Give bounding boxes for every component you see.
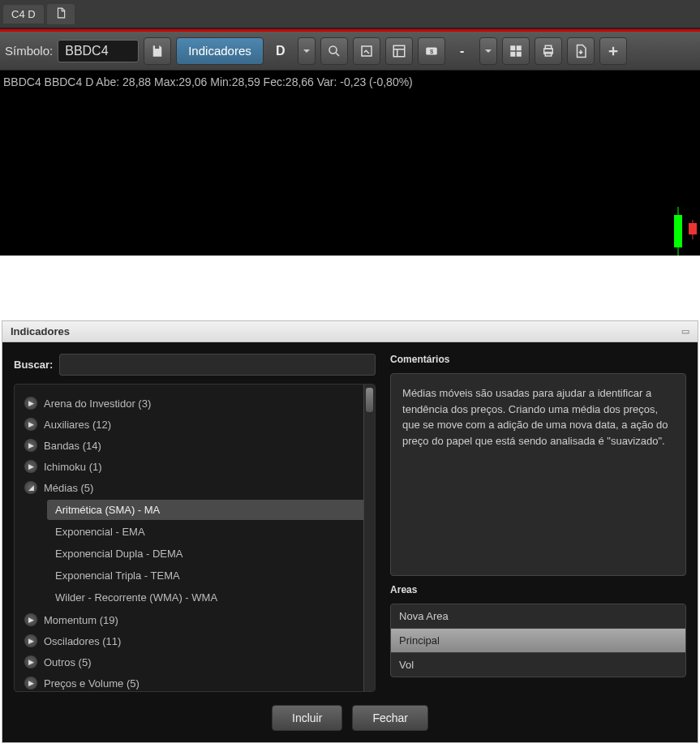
dialog-title: Indicadores (11, 325, 70, 337)
zoom-button[interactable] (320, 37, 348, 65)
tree-leaf[interactable]: Wilder - Recorrente (WMA) - WMA (47, 587, 370, 608)
chart-canvas[interactable] (0, 93, 700, 256)
tree-category[interactable]: ▶Bandas (14) (19, 435, 370, 456)
expand-icon[interactable]: ▶ (24, 677, 37, 690)
chevron-down-icon (484, 44, 492, 58)
search-input[interactable] (59, 354, 376, 376)
expand-icon[interactable]: ▶ (24, 418, 37, 431)
category-label: Arena do Investidor (3) (44, 397, 151, 410)
category-label: Ichimoku (1) (44, 461, 102, 473)
chart-tab[interactable]: C4 D (3, 5, 44, 24)
close-button[interactable]: Fechar (352, 705, 428, 731)
tree-leaf[interactable]: Aritmética (SMA) - MA (47, 500, 370, 520)
symbol-input[interactable] (58, 40, 139, 62)
gap (0, 256, 700, 320)
tree-leaf[interactable]: Exponencial Dupla - DEMA (47, 544, 370, 564)
svg-rect-10 (545, 45, 552, 49)
dash-dropdown[interactable] (479, 37, 497, 65)
tab-label: C4 D (11, 8, 36, 20)
new-tab[interactable] (47, 4, 75, 24)
svg-point-0 (329, 46, 337, 54)
add-button[interactable] (599, 37, 627, 65)
category-label: Outros (5) (44, 656, 92, 668)
area-item[interactable]: Vol (391, 653, 685, 677)
grid-button[interactable] (502, 37, 530, 65)
tree-category[interactable]: ▶Osciladores (11) (19, 630, 370, 651)
dialog-titlebar[interactable]: Indicadores ▭ (2, 321, 698, 342)
expand-icon[interactable]: ▶ (24, 634, 37, 647)
tree-category[interactable]: ▶Preços e Volume (5) (19, 673, 370, 692)
toolbar: Símbolo: Indicadores D $ - (0, 32, 700, 71)
category-label: Bandas (14) (44, 440, 101, 452)
comments-label: Comentários (390, 354, 686, 365)
svg-rect-6 (517, 45, 522, 50)
chevron-down-icon (303, 44, 311, 58)
category-label: Médias (5) (44, 482, 93, 494)
export-button[interactable] (567, 37, 595, 65)
minimize-icon[interactable]: ▭ (681, 326, 689, 337)
svg-rect-8 (517, 51, 522, 56)
expand-icon[interactable]: ▶ (24, 613, 37, 626)
indicators-label: Indicadores (188, 44, 251, 58)
search-label: Buscar: (14, 359, 53, 371)
tree-category[interactable]: ▶Auxiliares (12) (19, 414, 370, 435)
print-button[interactable] (535, 37, 562, 65)
tree-category[interactable]: ▶Ichimoku (1) (19, 456, 370, 477)
tree-category[interactable]: ▶Outros (5) (19, 651, 370, 673)
area-item[interactable]: Nova Area (391, 604, 685, 629)
tree-category[interactable]: ◢Médias (5) (19, 477, 370, 498)
category-label: Auxiliares (12) (44, 419, 111, 431)
money-button[interactable]: $ (418, 37, 445, 65)
document-icon (55, 7, 67, 21)
category-tree: ▶Arena do Investidor (3)▶Auxiliares (12)… (14, 384, 376, 692)
expand-icon[interactable]: ▶ (24, 439, 37, 452)
symbol-label: Símbolo: (5, 44, 53, 58)
expand-icon[interactable]: ▶ (24, 397, 37, 410)
category-label: Preços e Volume (5) (44, 677, 140, 690)
areas-label: Areas (390, 584, 686, 595)
include-button[interactable]: Incluir (272, 705, 342, 731)
scrollbar[interactable] (363, 385, 375, 691)
interval-dropdown[interactable] (298, 37, 316, 65)
collapse-icon[interactable]: ◢ (24, 481, 37, 494)
areas-list: Nova AreaPrincipalVol (390, 604, 686, 677)
category-label: Momentum (19) (44, 614, 118, 626)
svg-rect-7 (510, 51, 515, 56)
indicators-dialog: Indicadores ▭ Buscar: ▶Arena do Investid… (2, 320, 698, 743)
area-item[interactable]: Principal (391, 629, 685, 653)
expand-icon[interactable]: ▶ (24, 655, 37, 668)
tree-leaf[interactable]: Exponencial Tripla - TEMA (47, 565, 370, 586)
tree-leaf[interactable]: Exponencial - EMA (47, 522, 370, 542)
tree-category[interactable]: ▶Arena do Investidor (3) (19, 393, 370, 414)
layout-button[interactable] (385, 37, 413, 65)
comments-text: Médias móveis são usadas para ajudar a i… (390, 373, 686, 576)
chart-info: BBDC4 BBDC4 D Abe: 28,88 Max:29,06 Min:2… (0, 71, 700, 93)
indicators-button[interactable]: Indicadores (176, 37, 264, 65)
tree-category[interactable]: ▶Momentum (19) (19, 609, 370, 630)
category-label: Osciladores (11) (44, 635, 121, 647)
dash-button[interactable]: - (450, 37, 475, 65)
edit-button[interactable] (353, 37, 380, 65)
tab-strip: C4 D (0, 0, 700, 29)
save-button[interactable] (144, 37, 171, 65)
svg-rect-5 (510, 45, 515, 50)
scroll-thumb[interactable] (366, 388, 373, 412)
svg-rect-2 (393, 45, 405, 57)
interval-button[interactable]: D (268, 37, 293, 65)
expand-icon[interactable]: ▶ (24, 460, 37, 473)
